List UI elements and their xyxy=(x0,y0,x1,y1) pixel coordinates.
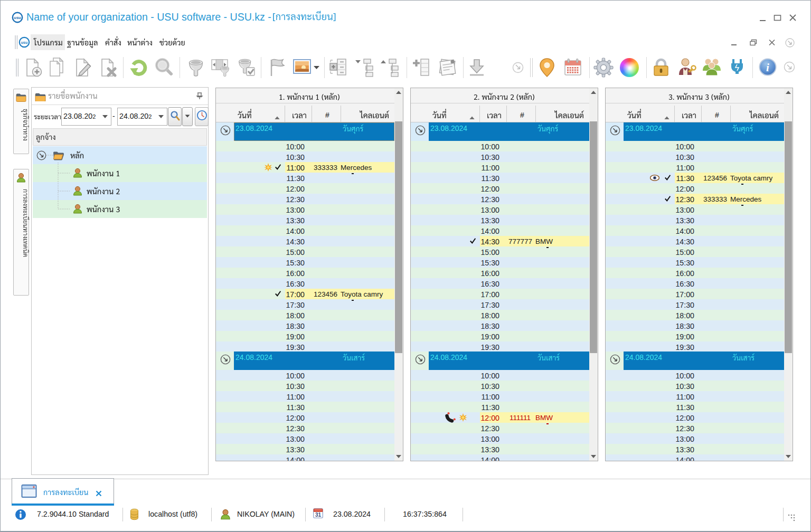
svg-text:i: i xyxy=(766,61,769,74)
svg-text:usu: usu xyxy=(14,15,21,20)
svg-text:usu: usu xyxy=(21,41,27,44)
svg-text:31: 31 xyxy=(315,512,322,518)
